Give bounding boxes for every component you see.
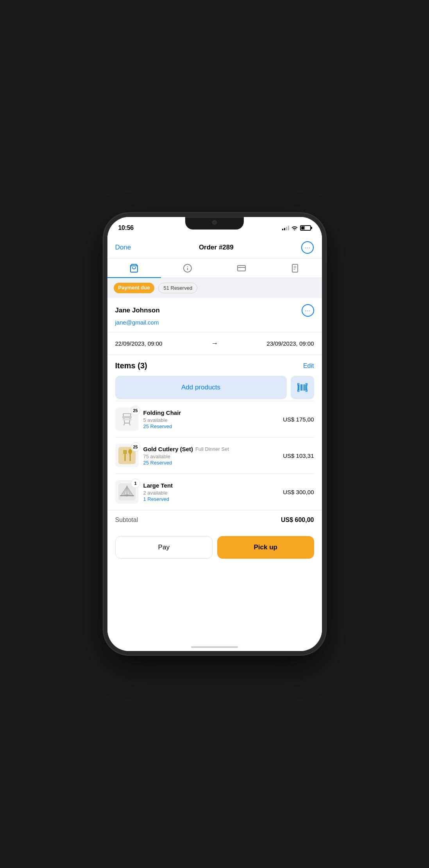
date-section: 22/09/2023, 09:00 → 23/09/2023, 09:00 [107,332,322,355]
product-item-folding-chair: 25 [115,401,314,437]
notes-icon [290,264,300,273]
product-image-container: 25 [115,407,139,431]
product-image-container-cutlery: 25 [115,444,139,467]
notch [185,217,244,230]
items-title: Items (3) [115,361,147,370]
product-availability-cutlery: 75 available [143,454,280,459]
product-info: Folding Chair 5 available 25 Reserved [143,409,280,429]
svg-point-29 [129,449,132,454]
product-name-row: Folding Chair [143,409,280,416]
add-products-button[interactable]: Add products [115,376,287,399]
barcode-icon [297,382,308,393]
quantity-badge: 25 [131,406,140,415]
product-reserved: 25 Reserved [143,423,280,429]
svg-line-21 [124,423,125,425]
product-item-gold-cutlery: 25 [115,437,314,473]
pickup-button[interactable]: Pick up [217,536,314,559]
product-availability-tent: 2 available [143,490,280,496]
status-badges-row: Payment due 51 Reserved [107,278,322,298]
svg-rect-20 [122,419,132,420]
subtotal-section: Subtotal US$ 600,00 [107,510,322,530]
product-price: US$ 175,00 [283,416,314,423]
cart-icon [129,264,139,273]
tab-info[interactable] [161,259,214,278]
product-image-container-tent: 1 [115,480,139,504]
customer-more-button[interactable]: ··· [302,304,314,317]
product-info-tent: Large Tent 2 available 1 Reserved [143,482,280,502]
bottom-actions: Pay Pick up [107,530,322,570]
quantity-badge-tent: 1 [131,479,140,488]
product-name-row-cutlery: Gold Cutlery (Set) Full Dinner Set [143,446,280,452]
status-icons: 38 [282,225,311,231]
product-reserved-tent: 1 Reserved [143,496,280,502]
done-button[interactable]: Done [115,244,131,251]
more-dots-icon: ··· [305,245,311,250]
reserved-badge: 51 Reserved [158,283,197,293]
svg-rect-19 [122,416,132,418]
scan-barcode-button[interactable] [291,376,314,399]
nav-header: Done Order #289 ··· [107,237,322,259]
subtotal-label: Subtotal [115,516,138,524]
pay-button[interactable]: Pay [115,536,213,559]
product-item-large-tent: 1 [115,473,314,510]
svg-rect-11 [300,384,300,391]
svg-rect-4 [238,265,245,271]
svg-rect-12 [301,384,302,391]
tab-bar [107,259,322,278]
camera [212,220,217,225]
payment-due-badge: Payment due [114,283,155,293]
items-header: Items (3) Edit [115,361,314,370]
end-date: 23/09/2023, 09:00 [267,340,314,347]
page-title: Order #289 [199,244,234,251]
edit-button[interactable]: Edit [303,362,314,369]
customer-header: Jane Johnson ··· [115,304,314,317]
customer-email[interactable]: jane@gmail.com [115,319,314,326]
product-info-cutlery: Gold Cutlery (Set) Full Dinner Set 75 av… [143,446,280,466]
svg-rect-13 [303,384,304,391]
signal-icon [282,226,289,230]
customer-section: Jane Johnson ··· jane@gmail.com [107,298,322,332]
product-availability: 5 available [143,417,280,423]
phone-frame: 10:56 38 Done Order #289 [107,217,322,651]
tab-cart[interactable] [107,259,161,278]
home-indicator [191,646,238,648]
product-name: Folding Chair [143,409,181,416]
product-variant-cutlery: Full Dinner Set [195,446,229,452]
info-icon [183,264,192,273]
svg-line-22 [129,423,130,425]
product-name-tent: Large Tent [143,482,173,489]
more-options-button[interactable]: ··· [301,241,314,254]
customer-more-icon: ··· [305,307,311,314]
add-products-row: Add products [115,376,314,399]
screen: Done Order #289 ··· [107,237,322,651]
product-reserved-cutlery: 25 Reserved [143,460,280,466]
quantity-badge-cutlery: 25 [131,442,140,452]
date-arrow-icon: → [211,339,218,348]
product-name-cutlery: Gold Cutlery (Set) [143,446,193,452]
tab-payment[interactable] [214,259,268,278]
wifi-icon [291,226,298,230]
status-time: 10:56 [118,224,134,231]
payment-icon [237,264,246,273]
tab-notes[interactable] [268,259,322,278]
product-name-row-tent: Large Tent [143,482,280,489]
battery-icon: 38 [300,225,311,231]
customer-name: Jane Johnson [115,307,160,314]
subtotal-value: US$ 600,00 [281,516,314,524]
items-section: Items (3) Edit Add products [107,355,322,510]
product-price-cutlery: US$ 103,31 [283,452,314,459]
svg-rect-6 [292,264,298,272]
svg-rect-14 [304,384,306,391]
start-date: 22/09/2023, 09:00 [115,340,163,347]
product-price-tent: US$ 300,00 [283,489,314,495]
